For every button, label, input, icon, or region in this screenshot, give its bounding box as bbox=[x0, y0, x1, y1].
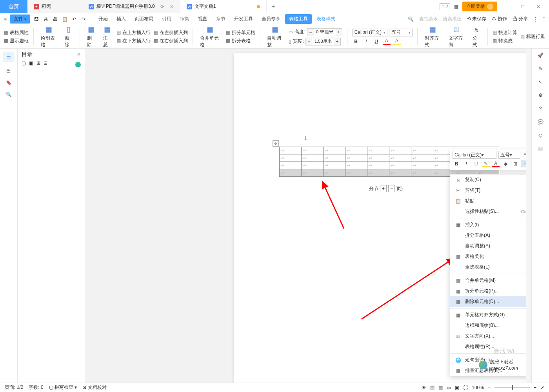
ctx-split-table[interactable]: 拆分表格(A)▸ bbox=[450, 230, 526, 241]
page-count[interactable]: 页面: 1/2 bbox=[5, 384, 23, 391]
ctx-text-dir[interactable]: ᴀ͐文字方向(X)... bbox=[450, 331, 526, 341]
proofread-button[interactable]: ⊠ 文档校对 bbox=[82, 384, 106, 391]
convert-button[interactable]: ▦ 转换成 bbox=[493, 38, 517, 44]
expand-icon[interactable]: ▣ bbox=[29, 60, 33, 66]
print-preview-icon[interactable]: 🖨 bbox=[43, 16, 49, 22]
book-icon[interactable]: 📖 bbox=[538, 146, 544, 151]
font-select[interactable]: Calibri (正文) bbox=[352, 29, 387, 36]
maximize-button[interactable]: □ bbox=[517, 1, 529, 12]
italic-button[interactable]: I bbox=[362, 38, 370, 45]
collapse-ribbon-icon[interactable]: ˆ bbox=[544, 16, 545, 22]
word-count[interactable]: 字数: 0 bbox=[29, 384, 43, 391]
quick-calc-button[interactable]: ▦ 快速计算 bbox=[493, 29, 517, 36]
minimize-button[interactable]: — bbox=[501, 1, 513, 12]
highlight-button[interactable]: A bbox=[393, 38, 401, 45]
search-panel-icon[interactable]: 🔍 bbox=[6, 92, 12, 97]
height-stepper[interactable]: −+ bbox=[307, 28, 342, 36]
mini-italic[interactable]: I bbox=[462, 160, 470, 167]
ctx-copy[interactable]: ⎘复制(C)Ctrl+C bbox=[450, 174, 526, 185]
doc-tab-current[interactable]: W 文字文稿1 bbox=[180, 0, 267, 13]
toc-icon[interactable]: ☰ bbox=[3, 52, 15, 62]
doc-tab-pdf-manual[interactable]: W 极速PDF编辑器用户手册3.0 ⟳ ✕ bbox=[82, 0, 180, 13]
view-outline-icon[interactable]: ▦ bbox=[438, 385, 443, 390]
tab-insert[interactable]: 插入 bbox=[113, 14, 130, 24]
show-gridlines-button[interactable]: ▦ 显示虚框 bbox=[4, 38, 29, 44]
zoom-out-button[interactable]: − bbox=[488, 385, 491, 390]
share-button[interactable]: 凸 分享 bbox=[513, 16, 528, 22]
mini-align[interactable]: ≡ bbox=[521, 160, 526, 167]
undo-icon[interactable]: ↶ bbox=[71, 16, 77, 22]
more-icon[interactable]: ⋮ bbox=[533, 16, 538, 22]
mini-highlight[interactable]: ✎ bbox=[482, 160, 490, 167]
mini-font-select[interactable]: Calibri (正文) ▾ bbox=[453, 151, 496, 159]
scrollbar[interactable] bbox=[526, 49, 531, 383]
draw-table-button[interactable]: ▦绘制表格 bbox=[38, 25, 59, 48]
cursor-icon[interactable]: ↖ bbox=[538, 79, 542, 85]
unsaved-button[interactable]: ⟲ 未保存 bbox=[467, 16, 486, 22]
ctx-merge[interactable]: ▦合并单元格(M) bbox=[450, 275, 526, 286]
ctx-split-cell[interactable]: ▦拆分单元格(P)... bbox=[450, 286, 526, 296]
new-tab-button[interactable]: + bbox=[267, 0, 280, 13]
paste-icon[interactable]: 📋 bbox=[62, 16, 68, 22]
collapse-icon[interactable]: ▢ bbox=[22, 60, 26, 66]
tab-review[interactable]: 审阅 bbox=[176, 14, 193, 24]
tab-view[interactable]: 视图 bbox=[194, 14, 211, 24]
save-icon[interactable]: 🖫 bbox=[33, 16, 40, 22]
redo-icon[interactable]: ↷ bbox=[80, 16, 87, 22]
chat-icon[interactable]: 💬 bbox=[538, 119, 544, 125]
autofit-button[interactable]: ▦自动调整 bbox=[265, 25, 285, 48]
mini-shading[interactable]: ◆ bbox=[502, 160, 509, 167]
sum-button[interactable]: ▦汇总 bbox=[101, 25, 114, 48]
insert-right-button[interactable]: ▦ 在右侧插入列 bbox=[154, 38, 188, 44]
print-icon[interactable]: 🖶 bbox=[52, 16, 58, 22]
table-props-button[interactable]: ▦ 表格属性 bbox=[4, 29, 29, 36]
mini-size-select[interactable]: 五号 ▾ bbox=[498, 151, 520, 159]
fullscreen-icon[interactable]: ⤢ bbox=[540, 385, 544, 390]
ctx-delete-cell[interactable]: ▦删除单元格(D)... bbox=[450, 296, 526, 307]
ctx-autofit[interactable]: 自动调整(A)▸ bbox=[450, 241, 526, 251]
bookmark-icon[interactable]: 🔖 bbox=[6, 80, 12, 85]
toc-close-icon[interactable]: ✕ bbox=[77, 52, 81, 57]
mini-font-color[interactable]: A bbox=[492, 160, 500, 167]
zoom-value[interactable]: 100% bbox=[472, 385, 484, 390]
tab-chapter[interactable]: 章节 bbox=[212, 14, 229, 24]
tab-member[interactable]: 会员专享 bbox=[258, 14, 284, 24]
tab-start[interactable]: 开始 bbox=[95, 14, 112, 24]
bold-button[interactable]: B bbox=[352, 38, 360, 45]
folder-icon[interactable]: 🗀 bbox=[6, 68, 11, 74]
view-reading-icon[interactable]: 👁 bbox=[422, 385, 426, 390]
minus-icon[interactable]: ⊟ bbox=[44, 60, 47, 66]
doc-tab-daoke[interactable]: ✦ 稻壳 bbox=[27, 0, 82, 13]
mini-bold[interactable]: B bbox=[453, 160, 460, 167]
close-button[interactable]: ✕ bbox=[533, 1, 544, 12]
grow-font-icon[interactable]: A⁺ bbox=[522, 151, 526, 158]
ctx-cell-align[interactable]: ▦单元格对齐方式(G)▸ bbox=[450, 310, 526, 320]
zoom-slider[interactable] bbox=[494, 387, 530, 388]
login-button[interactable]: 立即登录 bbox=[462, 2, 497, 11]
canvas[interactable]: 1 ✥ ↵↵↵↵↵↵↵↵↵↵ ↵↵↵↵↵↵↵↵↵↵ ↵↵↵↵↵↵↵↵↵↵ ↵↵↵… bbox=[85, 49, 526, 383]
ctx-cut[interactable]: ✂剪切(T)Ctrl+X bbox=[450, 185, 526, 196]
spellcheck-button[interactable]: ▢ 拼写检查 ▾ bbox=[49, 384, 77, 391]
ctx-border[interactable]: 边框和底纹(B)... bbox=[450, 320, 526, 331]
ctx-select-all[interactable]: 全选表格(L) bbox=[450, 262, 526, 272]
tab-refresh-icon[interactable]: ⟳ bbox=[160, 4, 164, 9]
view-web-icon[interactable]: ▭ bbox=[447, 385, 451, 390]
eraser-button[interactable]: ▯擦除 bbox=[62, 25, 75, 48]
ctx-paste-special[interactable]: 选择性粘贴(S)...Ctrl+Alt+V bbox=[450, 206, 526, 217]
settings-icon[interactable]: ⚙ bbox=[538, 93, 543, 98]
tab-layout[interactable]: 页面布局 bbox=[131, 14, 157, 24]
mini-underline[interactable]: U bbox=[472, 160, 480, 167]
zoom-in-button[interactable]: + bbox=[534, 385, 536, 390]
width-stepper[interactable]: −+ bbox=[305, 38, 341, 45]
underline-button[interactable]: U bbox=[373, 38, 380, 45]
split-cell-button[interactable]: ▦ 拆分单元格 bbox=[226, 29, 255, 36]
ctx-table-props[interactable]: 表格属性(R)... bbox=[450, 341, 526, 352]
tab-table-tools[interactable]: 表格工具 bbox=[285, 14, 312, 24]
tab-refs[interactable]: 引用 bbox=[158, 14, 175, 24]
location-icon[interactable]: ◎ bbox=[538, 132, 542, 138]
pencil-icon[interactable]: ✎ bbox=[538, 66, 542, 71]
coop-button[interactable]: ♺ 协作 bbox=[492, 16, 507, 22]
ctx-paste[interactable]: 📋粘贴Ctrl+V bbox=[450, 196, 526, 206]
home-tab[interactable]: 首页 bbox=[0, 0, 27, 13]
insert-below-button[interactable]: ▦ 在下方插入行 bbox=[116, 38, 151, 44]
